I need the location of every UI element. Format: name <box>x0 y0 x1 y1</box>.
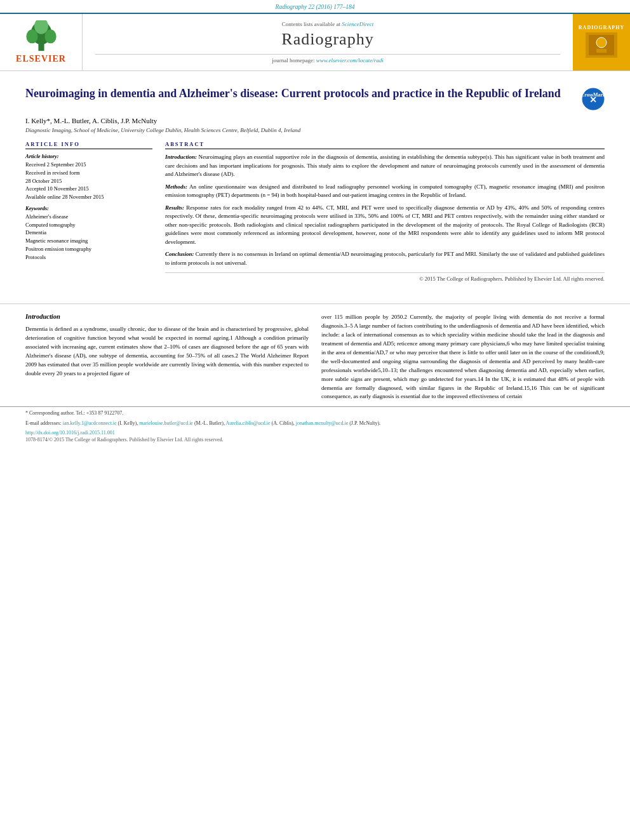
main-content: Neuroimaging in dementia and Alzheimer's… <box>0 71 630 295</box>
copyright-line: © 2015 The College of Radiographers. Pub… <box>165 272 605 282</box>
email-4[interactable]: jonathan.mcnulty@ucd.ie <box>296 420 348 426</box>
email-3-name: (A. Ciblis), <box>272 420 295 426</box>
corresponding-author: * Corresponding author. Tel.: +353 87 91… <box>25 410 605 417</box>
article-info-label: ARTICLE INFO <box>25 141 152 149</box>
footnote-area: * Corresponding author. Tel.: +353 87 91… <box>0 406 630 427</box>
intro-section-heading: Introduction <box>25 313 309 320</box>
email-2-name: (M.-L. Butler), <box>194 420 225 426</box>
body-paragraph-2: over 115 million people by 2050.2 Curren… <box>321 313 605 401</box>
doi-line: http://dx.doi.org/10.1016/j.radi.2015.11… <box>0 427 630 436</box>
email-addresses: E-mail addresses: ian.kelly.1@ucdconnect… <box>25 420 605 427</box>
keywords-label: Keywords: <box>25 205 152 211</box>
svg-rect-7 <box>596 49 607 53</box>
homepage-text: journal homepage: <box>272 57 314 63</box>
article-info-col: ARTICLE INFO Article history: Received 2… <box>25 141 152 282</box>
abstract-text: Introduction: Neuroimaging plays an esse… <box>165 153 605 267</box>
paper-title-text: Neuroimaging in dementia and Alzheimer's… <box>25 86 575 101</box>
svg-point-2 <box>26 30 37 44</box>
keyword-5: Positron emission tomography <box>25 245 152 253</box>
paper-title-container: Neuroimaging in dementia and Alzheimer's… <box>25 86 605 110</box>
abstract-results: Results: Response rates for each modalit… <box>165 204 605 247</box>
crossmark-icon: CrossMark ✕ <box>582 88 605 110</box>
svg-point-6 <box>596 37 607 48</box>
homepage-line: journal homepage: www.elsevier.com/locat… <box>272 57 383 63</box>
journal-title-area: Contents lists available at ScienceDirec… <box>83 14 573 70</box>
email-1-name: (I. Kelly), <box>117 420 138 426</box>
badge-label: radiography <box>579 25 624 30</box>
affiliation-line: Diagnostic Imaging, School of Medicine, … <box>25 127 605 133</box>
abstract-results-text: Response rates for each modality ranged … <box>165 204 605 245</box>
citation-text: Radiography 22 (2016) 177–184 <box>276 4 355 10</box>
doi-link[interactable]: http://dx.doi.org/10.1016/j.radi.2015.11… <box>25 430 115 436</box>
keyword-3: Dementia <box>25 229 152 237</box>
journal-badge: radiography <box>573 20 629 65</box>
received-date: Received 2 September 2015 <box>25 161 152 169</box>
email-1[interactable]: ian.kelly.1@ucdconnect.ie <box>63 420 117 426</box>
body-content: Introduction Dementia is defined as a sy… <box>0 313 630 401</box>
elsevier-logo: ELSEVIER <box>16 20 66 64</box>
badge-area: radiography <box>573 14 630 70</box>
email-label: E-mail addresses: <box>25 420 62 426</box>
abstract-intro-text: Neuroimaging plays an essential supporti… <box>165 154 605 177</box>
journal-header: ELSEVIER Contents lists available at Sci… <box>0 13 630 71</box>
email-3[interactable]: Aurelia.ciblis@ucd.ie <box>225 420 270 426</box>
abstract-conclusion-heading: Conclusion: <box>165 251 194 257</box>
body-paragraph-1: Dementia is defined as a syndrome, usual… <box>25 325 309 378</box>
abstract-conclusion-text: Currently there is no consensus in Irela… <box>165 251 605 266</box>
keyword-2: Computed tomography <box>25 221 152 229</box>
accepted-date: Accepted 10 November 2015 <box>25 185 152 193</box>
email-4-name: (J.P. McNulty). <box>349 420 380 426</box>
sciencedirect-line: Contents lists available at ScienceDirec… <box>282 21 374 27</box>
affiliation-text: Diagnostic Imaging, School of Medicine, … <box>25 127 300 133</box>
journal-name: Radiography <box>281 30 373 49</box>
abstract-label: ABSTRACT <box>165 141 605 149</box>
corresponding-text: * Corresponding author. Tel.: +353 87 91… <box>25 410 123 416</box>
body-left-col: Introduction Dementia is defined as a sy… <box>25 313 309 401</box>
badge-image-icon <box>589 35 614 55</box>
abstract-col: ABSTRACT Introduction: Neuroimaging play… <box>165 141 605 282</box>
received-revised-label: Received in revised form <box>25 169 152 177</box>
available-date: Available online 28 November 2015 <box>25 193 152 201</box>
history-label: Article history: <box>25 153 152 159</box>
abstract-intro-heading: Introduction: <box>165 154 197 160</box>
contents-text: Contents lists available at <box>282 21 340 27</box>
sciencedirect-link[interactable]: ScienceDirect <box>342 21 373 27</box>
authors-line: I. Kelly*, M.-L. Butler, A. Ciblis, J.P.… <box>25 117 605 124</box>
email-2[interactable]: marielouise.butler@ucd.ie <box>139 420 193 426</box>
issn-line: 1078-8174/© 2015 The College of Radiogra… <box>0 436 630 446</box>
abstract-methods: Methods: An online questionnaire was des… <box>165 183 605 200</box>
badge-icon <box>586 32 617 58</box>
elsevier-wordmark: ELSEVIER <box>16 54 66 64</box>
article-info-abstract: ARTICLE INFO Article history: Received 2… <box>25 141 605 282</box>
header-divider <box>95 54 560 55</box>
homepage-link[interactable]: www.elsevier.com/locate/radi <box>316 57 384 63</box>
section-separator <box>0 303 630 304</box>
abstract-methods-heading: Methods: <box>165 183 187 190</box>
svg-point-3 <box>44 30 56 44</box>
keyword-6: Protocols <box>25 253 152 262</box>
publisher-logo-area: ELSEVIER <box>0 14 83 70</box>
elsevier-tree-icon <box>22 20 60 52</box>
abstract-intro: Introduction: Neuroimaging plays an esse… <box>165 153 605 179</box>
svg-text:✕: ✕ <box>589 95 597 105</box>
citation-bar: Radiography 22 (2016) 177–184 <box>0 0 630 13</box>
abstract-methods-text: An online questionnaire was designed and… <box>165 183 605 199</box>
body-right-col: over 115 million people by 2050.2 Curren… <box>321 313 605 401</box>
received-revised-date: 28 October 2015 <box>25 177 152 185</box>
keyword-1: Alzheimer's disease <box>25 213 152 221</box>
abstract-conclusion: Conclusion: Currently there is no consen… <box>165 250 605 267</box>
keyword-4: Magnetic resonance imaging <box>25 237 152 245</box>
authors-text: I. Kelly*, M.-L. Butler, A. Ciblis, J.P.… <box>25 117 157 124</box>
abstract-results-heading: Results: <box>165 204 184 211</box>
